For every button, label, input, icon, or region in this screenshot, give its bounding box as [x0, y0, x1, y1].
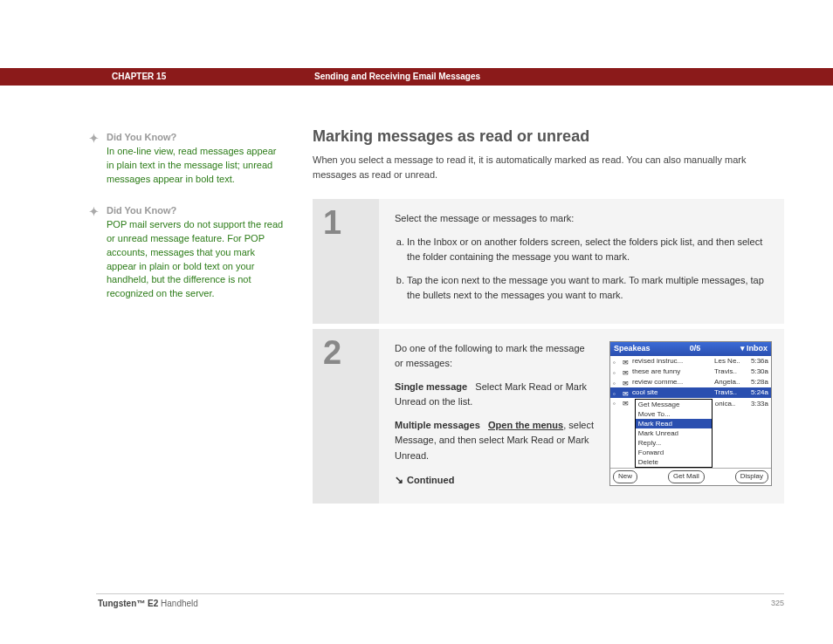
continued-indicator: ↘Continued: [395, 472, 595, 489]
ss-time: 3:33a: [746, 399, 768, 409]
mail-icon: ◦: [613, 399, 620, 406]
ss-row[interactable]: ◦✉these are funnyTravis..5:30a: [610, 367, 771, 377]
multiple-messages-line: Multiple messages Open the menus, select…: [395, 418, 595, 462]
ss-subject: cool site: [632, 387, 714, 398]
tip-heading: Did You Know?: [107, 205, 176, 216]
context-menu[interactable]: Get Message Move To... Mark Read Mark Un…: [635, 399, 713, 468]
open-menus-link[interactable]: Open the menus: [488, 420, 563, 430]
tip-heading: Did You Know?: [107, 132, 176, 142]
mail-icon: ◦: [613, 368, 620, 375]
ss-button-bar: New Get Mail Display: [610, 468, 771, 484]
multi-label: Multiple messages: [395, 420, 480, 430]
plus-icon: ✦: [89, 204, 99, 221]
mail-icon: ◦: [613, 358, 620, 365]
step-body: Do one of the following to mark the mess…: [379, 329, 784, 504]
ss-time: 5:36a: [746, 356, 768, 367]
ss-subject: review comme...: [632, 377, 714, 387]
mail-icon: ◦: [613, 389, 620, 396]
envelope-icon: ✉: [623, 358, 630, 365]
step-lead: Do one of the following to mark the mess…: [395, 341, 595, 371]
continued-label: Continued: [407, 475, 454, 485]
ss-app-name: Speakeas: [614, 343, 651, 355]
chapter-title: Sending and Receiving Email Messages: [314, 72, 480, 81]
step-number: 1: [323, 206, 368, 239]
ss-from: onica..: [715, 399, 747, 409]
display-button[interactable]: Display: [735, 470, 768, 483]
ss-row[interactable]: ◦✉review comme...Angela..5:28a: [610, 377, 771, 387]
ss-from: Angela..: [714, 377, 746, 387]
menu-item[interactable]: Delete: [636, 457, 712, 467]
ss-row-with-menu[interactable]: ◦✉ Get Message Move To... Mark Read Mark…: [610, 398, 771, 468]
ss-time: 5:24a: [746, 387, 768, 398]
tip-block: ✦ Did You Know? POP mail servers do not …: [86, 204, 286, 302]
tip-body: In one-line view, read messages appear i…: [107, 145, 286, 187]
footer-product: Tungsten™ E2 Handheld: [98, 599, 198, 608]
ss-from: Travis..: [714, 367, 746, 377]
ss-row-selected[interactable]: ◦✉cool siteTravis..5:24a: [610, 387, 771, 398]
section-heading: Marking messages as read or unread: [313, 127, 784, 146]
footer-rule: [96, 593, 784, 594]
single-label: Single message: [395, 381, 467, 392]
ss-from: Travis..: [714, 387, 746, 398]
ss-subject: revised instruc...: [632, 356, 714, 367]
menu-item[interactable]: Reply...: [636, 438, 712, 448]
substep-a: In the Inbox or on another folders scree…: [407, 235, 768, 264]
main-content: Marking messages as read or unread When …: [313, 127, 784, 509]
chapter-label: CHAPTER 15: [112, 72, 166, 81]
menu-item[interactable]: Forward: [636, 448, 712, 457]
menu-item[interactable]: Get Message: [636, 400, 712, 409]
step-number-box: 2: [313, 329, 379, 504]
get-mail-button[interactable]: Get Mail: [668, 470, 705, 483]
ss-message-list: ◦✉revised instruc...Les Ne..5:36a ◦✉thes…: [610, 356, 771, 468]
product-name-rest: Handheld: [158, 599, 198, 608]
ss-time: 5:28a: [746, 377, 768, 387]
continued-arrow-icon: ↘: [395, 472, 403, 489]
plus-icon: ✦: [89, 131, 99, 147]
page: CHAPTER 15 Sending and Receiving Email M…: [0, 0, 833, 644]
menu-item-selected[interactable]: Mark Read: [636, 419, 712, 428]
ss-time: 5:30a: [746, 367, 768, 377]
sidebar: ✦ Did You Know? In one-line view, read m…: [86, 131, 286, 319]
sub-steps: In the Inbox or on another folders scree…: [395, 235, 768, 303]
single-message-line: Single message Select Mark Read or Mark …: [395, 380, 595, 409]
product-name-bold: Tungsten™ E2: [98, 599, 158, 608]
ss-row[interactable]: ◦✉revised instruc...Les Ne..5:36a: [610, 356, 771, 367]
step-number: 2: [323, 336, 368, 369]
step-body: Select the message or messages to mark: …: [379, 199, 784, 324]
tip-block: ✦ Did You Know? In one-line view, read m…: [86, 131, 286, 187]
ss-titlebar: Speakeas 0/5 ▾ Inbox: [610, 342, 771, 356]
step-lead: Select the message or messages to mark:: [395, 211, 768, 226]
step-number-box: 1: [313, 199, 379, 324]
mail-icon: ◦: [613, 379, 620, 386]
envelope-icon: ✉: [623, 399, 630, 406]
ss-counter: 0/5: [690, 343, 701, 355]
new-button[interactable]: New: [613, 470, 637, 483]
envelope-icon: ✉: [623, 379, 630, 386]
ss-subject: these are funny: [632, 367, 714, 377]
envelope-icon: ✉: [623, 389, 630, 396]
step-1: 1 Select the message or messages to mark…: [313, 199, 784, 324]
substep-b: Tap the icon next to the message you wan…: [407, 273, 768, 303]
page-number: 325: [771, 599, 784, 607]
menu-item[interactable]: Move To...: [636, 409, 712, 419]
menu-item[interactable]: Mark Unread: [636, 428, 712, 438]
envelope-icon: ✉: [623, 368, 630, 375]
ss-folder-picker[interactable]: ▾ Inbox: [740, 343, 768, 355]
device-screenshot: Speakeas 0/5 ▾ Inbox ◦✉revised instruc..…: [609, 341, 772, 485]
step-2: 2 Do one of the following to mark the me…: [313, 329, 784, 504]
header-bar: CHAPTER 15 Sending and Receiving Email M…: [0, 68, 833, 86]
intro-paragraph: When you select a message to read it, it…: [313, 153, 784, 182]
tip-body: POP mail servers do not support the read…: [107, 218, 286, 302]
ss-from: Les Ne..: [714, 356, 746, 367]
